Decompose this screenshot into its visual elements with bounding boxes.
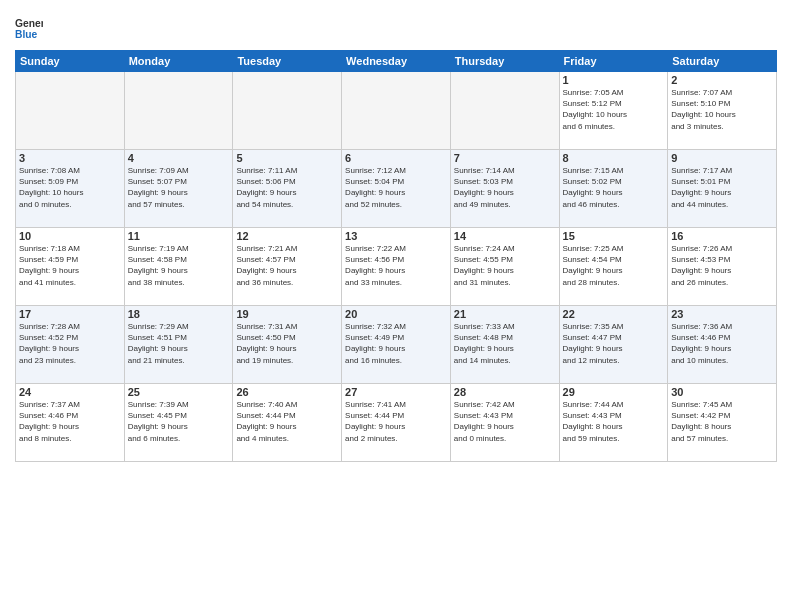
calendar-cell: 12Sunrise: 7:21 AM Sunset: 4:57 PM Dayli… — [233, 228, 342, 306]
calendar-cell: 30Sunrise: 7:45 AM Sunset: 4:42 PM Dayli… — [668, 384, 777, 462]
day-number: 16 — [671, 230, 773, 242]
calendar-cell: 10Sunrise: 7:18 AM Sunset: 4:59 PM Dayli… — [16, 228, 125, 306]
calendar-cell: 20Sunrise: 7:32 AM Sunset: 4:49 PM Dayli… — [342, 306, 451, 384]
day-info: Sunrise: 7:39 AM Sunset: 4:45 PM Dayligh… — [128, 399, 230, 444]
day-number: 9 — [671, 152, 773, 164]
day-info: Sunrise: 7:17 AM Sunset: 5:01 PM Dayligh… — [671, 165, 773, 210]
svg-text:Blue: Blue — [15, 29, 38, 40]
day-info: Sunrise: 7:14 AM Sunset: 5:03 PM Dayligh… — [454, 165, 556, 210]
day-info: Sunrise: 7:36 AM Sunset: 4:46 PM Dayligh… — [671, 321, 773, 366]
calendar-cell: 14Sunrise: 7:24 AM Sunset: 4:55 PM Dayli… — [450, 228, 559, 306]
day-info: Sunrise: 7:45 AM Sunset: 4:42 PM Dayligh… — [671, 399, 773, 444]
col-header-saturday: Saturday — [668, 51, 777, 72]
day-number: 29 — [563, 386, 665, 398]
day-info: Sunrise: 7:09 AM Sunset: 5:07 PM Dayligh… — [128, 165, 230, 210]
calendar-table: SundayMondayTuesdayWednesdayThursdayFrid… — [15, 50, 777, 462]
day-number: 6 — [345, 152, 447, 164]
calendar-cell — [16, 72, 125, 150]
day-info: Sunrise: 7:18 AM Sunset: 4:59 PM Dayligh… — [19, 243, 121, 288]
day-number: 17 — [19, 308, 121, 320]
calendar-cell: 2Sunrise: 7:07 AM Sunset: 5:10 PM Daylig… — [668, 72, 777, 150]
day-number: 25 — [128, 386, 230, 398]
day-info: Sunrise: 7:22 AM Sunset: 4:56 PM Dayligh… — [345, 243, 447, 288]
day-info: Sunrise: 7:40 AM Sunset: 4:44 PM Dayligh… — [236, 399, 338, 444]
day-info: Sunrise: 7:41 AM Sunset: 4:44 PM Dayligh… — [345, 399, 447, 444]
calendar-cell: 26Sunrise: 7:40 AM Sunset: 4:44 PM Dayli… — [233, 384, 342, 462]
calendar-cell: 1Sunrise: 7:05 AM Sunset: 5:12 PM Daylig… — [559, 72, 668, 150]
calendar-cell: 4Sunrise: 7:09 AM Sunset: 5:07 PM Daylig… — [124, 150, 233, 228]
calendar-week-5: 24Sunrise: 7:37 AM Sunset: 4:46 PM Dayli… — [16, 384, 777, 462]
day-info: Sunrise: 7:05 AM Sunset: 5:12 PM Dayligh… — [563, 87, 665, 132]
col-header-tuesday: Tuesday — [233, 51, 342, 72]
calendar-cell: 16Sunrise: 7:26 AM Sunset: 4:53 PM Dayli… — [668, 228, 777, 306]
svg-text:General: General — [15, 18, 43, 29]
logo: General Blue — [15, 14, 45, 42]
day-info: Sunrise: 7:42 AM Sunset: 4:43 PM Dayligh… — [454, 399, 556, 444]
day-number: 12 — [236, 230, 338, 242]
day-number: 18 — [128, 308, 230, 320]
calendar-cell: 27Sunrise: 7:41 AM Sunset: 4:44 PM Dayli… — [342, 384, 451, 462]
day-number: 10 — [19, 230, 121, 242]
day-number: 22 — [563, 308, 665, 320]
col-header-wednesday: Wednesday — [342, 51, 451, 72]
day-info: Sunrise: 7:33 AM Sunset: 4:48 PM Dayligh… — [454, 321, 556, 366]
calendar-week-4: 17Sunrise: 7:28 AM Sunset: 4:52 PM Dayli… — [16, 306, 777, 384]
col-header-monday: Monday — [124, 51, 233, 72]
day-number: 3 — [19, 152, 121, 164]
calendar-cell: 8Sunrise: 7:15 AM Sunset: 5:02 PM Daylig… — [559, 150, 668, 228]
calendar-cell: 23Sunrise: 7:36 AM Sunset: 4:46 PM Dayli… — [668, 306, 777, 384]
day-number: 5 — [236, 152, 338, 164]
calendar-cell: 24Sunrise: 7:37 AM Sunset: 4:46 PM Dayli… — [16, 384, 125, 462]
calendar-cell: 25Sunrise: 7:39 AM Sunset: 4:45 PM Dayli… — [124, 384, 233, 462]
col-header-thursday: Thursday — [450, 51, 559, 72]
day-info: Sunrise: 7:32 AM Sunset: 4:49 PM Dayligh… — [345, 321, 447, 366]
day-info: Sunrise: 7:44 AM Sunset: 4:43 PM Dayligh… — [563, 399, 665, 444]
day-number: 30 — [671, 386, 773, 398]
col-header-sunday: Sunday — [16, 51, 125, 72]
day-number: 4 — [128, 152, 230, 164]
day-number: 11 — [128, 230, 230, 242]
day-info: Sunrise: 7:07 AM Sunset: 5:10 PM Dayligh… — [671, 87, 773, 132]
day-info: Sunrise: 7:37 AM Sunset: 4:46 PM Dayligh… — [19, 399, 121, 444]
calendar-cell — [233, 72, 342, 150]
logo-icon: General Blue — [15, 14, 43, 42]
day-number: 28 — [454, 386, 556, 398]
calendar-cell: 29Sunrise: 7:44 AM Sunset: 4:43 PM Dayli… — [559, 384, 668, 462]
calendar-cell: 19Sunrise: 7:31 AM Sunset: 4:50 PM Dayli… — [233, 306, 342, 384]
calendar-cell — [450, 72, 559, 150]
calendar-cell: 9Sunrise: 7:17 AM Sunset: 5:01 PM Daylig… — [668, 150, 777, 228]
calendar-cell: 5Sunrise: 7:11 AM Sunset: 5:06 PM Daylig… — [233, 150, 342, 228]
calendar-cell — [124, 72, 233, 150]
main-container: General Blue SundayMondayTuesdayWednesda… — [0, 0, 792, 467]
calendar-cell: 6Sunrise: 7:12 AM Sunset: 5:04 PM Daylig… — [342, 150, 451, 228]
day-number: 23 — [671, 308, 773, 320]
calendar-week-2: 3Sunrise: 7:08 AM Sunset: 5:09 PM Daylig… — [16, 150, 777, 228]
day-info: Sunrise: 7:29 AM Sunset: 4:51 PM Dayligh… — [128, 321, 230, 366]
day-info: Sunrise: 7:26 AM Sunset: 4:53 PM Dayligh… — [671, 243, 773, 288]
day-number: 21 — [454, 308, 556, 320]
calendar-week-3: 10Sunrise: 7:18 AM Sunset: 4:59 PM Dayli… — [16, 228, 777, 306]
day-info: Sunrise: 7:28 AM Sunset: 4:52 PM Dayligh… — [19, 321, 121, 366]
day-number: 20 — [345, 308, 447, 320]
day-info: Sunrise: 7:08 AM Sunset: 5:09 PM Dayligh… — [19, 165, 121, 210]
day-number: 19 — [236, 308, 338, 320]
calendar-week-1: 1Sunrise: 7:05 AM Sunset: 5:12 PM Daylig… — [16, 72, 777, 150]
calendar-cell: 21Sunrise: 7:33 AM Sunset: 4:48 PM Dayli… — [450, 306, 559, 384]
header: General Blue — [15, 10, 777, 42]
calendar-cell: 22Sunrise: 7:35 AM Sunset: 4:47 PM Dayli… — [559, 306, 668, 384]
day-number: 15 — [563, 230, 665, 242]
day-info: Sunrise: 7:24 AM Sunset: 4:55 PM Dayligh… — [454, 243, 556, 288]
day-info: Sunrise: 7:25 AM Sunset: 4:54 PM Dayligh… — [563, 243, 665, 288]
day-info: Sunrise: 7:19 AM Sunset: 4:58 PM Dayligh… — [128, 243, 230, 288]
calendar-cell: 13Sunrise: 7:22 AM Sunset: 4:56 PM Dayli… — [342, 228, 451, 306]
day-number: 8 — [563, 152, 665, 164]
day-number: 24 — [19, 386, 121, 398]
calendar-cell: 17Sunrise: 7:28 AM Sunset: 4:52 PM Dayli… — [16, 306, 125, 384]
calendar-cell: 11Sunrise: 7:19 AM Sunset: 4:58 PM Dayli… — [124, 228, 233, 306]
day-info: Sunrise: 7:31 AM Sunset: 4:50 PM Dayligh… — [236, 321, 338, 366]
header-row: SundayMondayTuesdayWednesdayThursdayFrid… — [16, 51, 777, 72]
calendar-cell: 28Sunrise: 7:42 AM Sunset: 4:43 PM Dayli… — [450, 384, 559, 462]
day-info: Sunrise: 7:35 AM Sunset: 4:47 PM Dayligh… — [563, 321, 665, 366]
calendar-cell: 7Sunrise: 7:14 AM Sunset: 5:03 PM Daylig… — [450, 150, 559, 228]
col-header-friday: Friday — [559, 51, 668, 72]
